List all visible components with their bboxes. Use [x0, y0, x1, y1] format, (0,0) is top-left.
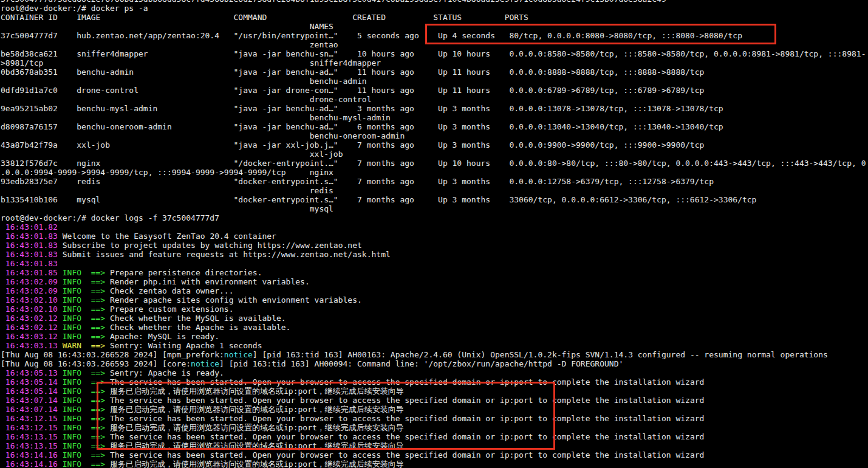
- table-row: d80987a76157 benchu-oneroom-admin "java …: [1, 122, 868, 131]
- log-level: INFO ==>: [63, 295, 110, 305]
- apache-log-segment: [Thu Aug 08 16:43:03.266593 2024] [core:: [1, 359, 191, 368]
- log-message: Submit issues and feature requests at ht…: [63, 250, 391, 259]
- apache-log-segment: ] [pid 163:tid 163] AH00163: Apache/2.4.…: [253, 350, 828, 359]
- log-timestamp: 16:43:12.15: [1, 423, 63, 432]
- table-row: benchu-mysl-admin: [1, 113, 868, 122]
- log-line: 16:43:03.12 INFO ==> Apache: MySQL is re…: [1, 332, 868, 341]
- log-timestamp: 16:43:12.15: [1, 414, 63, 423]
- log-timestamp: 16:43:03.12: [1, 332, 63, 341]
- log-message: Sentry: Waiting Apache 1 seconds: [110, 341, 262, 350]
- log-timestamp: 16:43:01.82: [1, 222, 58, 232]
- log-message: Render apache sites config with envionme…: [110, 295, 362, 305]
- table-row: 0dfd91d1a7c0 drone-control "java -jar dr…: [1, 86, 868, 95]
- log-level: INFO ==>: [63, 368, 110, 377]
- log-level: INFO ==>: [63, 441, 110, 450]
- log-level: INFO ==>: [63, 305, 110, 314]
- log-line: 16:43:05.13 INFO ==> Sentry: Apache is r…: [1, 368, 868, 377]
- terminal[interactable]: 37c5004777d75dcd86c2e76766bd15dbb68dd58c…: [1, 0, 868, 468]
- table-row: benchu-admin: [1, 77, 868, 86]
- log-timestamp: 16:43:01.83: [1, 232, 63, 241]
- log-timestamp: 16:43:07.14: [1, 405, 63, 414]
- log-level: INFO ==>: [63, 432, 110, 441]
- table-row: 33812f576d7c nginx "/docker-entrypoint.……: [1, 159, 868, 168]
- table-row: >8981/tcp sniffer4dmapper: [1, 58, 868, 67]
- log-line: 16:43:01.85 INFO ==> Prepare persistence…: [1, 268, 868, 277]
- table-row: benchu-oneroom-admin: [1, 131, 868, 140]
- log-line: 16:43:12.15 INFO ==> 服务已启动完成，请使用浏览器访问设置的…: [1, 423, 868, 432]
- log-message: The service has been started. Open your …: [110, 377, 704, 387]
- log-message: The service has been started. Open your …: [110, 432, 704, 441]
- log-timestamp: 16:43:01.83: [1, 241, 63, 250]
- log-timestamp: 16:43:05.14: [1, 377, 63, 387]
- log-line: 16:43:02.12 INFO ==> Check whether the A…: [1, 323, 868, 332]
- log-timestamp: 16:43:02.09: [1, 277, 63, 286]
- table-row: mysql: [1, 204, 868, 213]
- log-message: 服务已启动完成，请使用浏览器访问设置的域名或ip:port，继续完成后续安装向导: [110, 387, 404, 396]
- table-row: 9ea95215ab02 benchu-mysl-admin "java -ja…: [1, 104, 868, 113]
- log-message: Prepare custom extensions.: [110, 305, 234, 314]
- table-row: 0bd3678ab351 benchu-admin "java -jar ben…: [1, 67, 868, 77]
- log-level: INFO ==>: [63, 323, 110, 332]
- log-line: 16:43:07.14 INFO ==> The service has bee…: [1, 396, 868, 405]
- log-level: INFO ==>: [63, 423, 110, 432]
- log-level: INFO ==>: [63, 314, 110, 323]
- log-message: 服务已启动完成，请使用浏览器访问设置的域名或ip:port，继续完成后续安装向导: [110, 441, 404, 450]
- log-message: Render php.ini with environment variable…: [110, 277, 310, 286]
- log-message: Welcome to the Easysoft ZenTao 20.4 cont…: [63, 232, 276, 241]
- log-timestamp: 16:43:03.13: [1, 341, 63, 350]
- command-prompt-line: root@dev-docker:/# docker logs -f 37c500…: [1, 213, 868, 222]
- log-timestamp: 16:43:01.83: [1, 250, 63, 259]
- log-level: INFO ==>: [63, 377, 110, 387]
- log-level-warn: WARN ==>: [63, 341, 110, 350]
- log-timestamp: 16:43:02.09: [1, 286, 63, 295]
- log-message: 服务已启动完成，请使用浏览器访问设置的域名或ip:port，继续完成后续安装向导: [110, 405, 404, 414]
- log-level: INFO ==>: [63, 286, 110, 295]
- ps-table-header: CONTAINER ID IMAGE COMMAND CREATED STATU…: [1, 13, 868, 22]
- log-level: INFO ==>: [63, 277, 110, 286]
- terminal-screen: { "colors": { "background": "#000000", "…: [0, 0, 868, 468]
- log-line: 16:43:01.82: [1, 222, 868, 232]
- log-message: Check whether the MySQL is available.: [110, 314, 286, 323]
- log-level: INFO ==>: [63, 268, 110, 277]
- table-row: zentao: [1, 40, 868, 49]
- log-line: 16:43:13.15 INFO ==> 服务已启动完成，请使用浏览器访问设置的…: [1, 441, 868, 450]
- log-line: 16:43:01.83 Subscribe to project updates…: [1, 241, 868, 250]
- log-timestamp: 16:43:02.10: [1, 305, 63, 314]
- log-timestamp: 16:43:05.13: [1, 368, 63, 377]
- table-row: redis: [1, 186, 868, 195]
- log-line: 16:43:02.09 INFO ==> Check zentao data o…: [1, 286, 868, 295]
- log-message: The service has been started. Open your …: [110, 450, 704, 459]
- log-line: 16:43:05.14 INFO ==> The service has bee…: [1, 377, 868, 387]
- log-level: INFO ==>: [63, 414, 110, 423]
- log-line: 16:43:01.83: [1, 259, 868, 268]
- log-line: 16:43:05.14 INFO ==> 服务已启动完成，请使用浏览器访问设置的…: [1, 387, 868, 396]
- notice-keyword: notice: [191, 359, 219, 368]
- log-timestamp: 16:43:02.12: [1, 323, 63, 332]
- table-row: .0.0.0:9994-9999->9994-9999/tcp, :::9994…: [1, 168, 868, 177]
- log-line: 16:43:02.10 INFO ==> Prepare custom exte…: [1, 305, 868, 314]
- log-message: 服务已启动完成，请使用浏览器访问设置的域名或ip:port，继续完成后续安装向导: [110, 459, 404, 468]
- log-timestamp: 16:43:07.14: [1, 396, 63, 405]
- log-line: 16:43:07.14 INFO ==> 服务已启动完成，请使用浏览器访问设置的…: [1, 405, 868, 414]
- log-level: INFO ==>: [63, 459, 110, 468]
- log-line: 16:43:02.10 INFO ==> Render apache sites…: [1, 295, 868, 305]
- log-message: Apache: MySQL is ready.: [110, 332, 219, 341]
- ps-table-header-names: NAMES: [1, 22, 868, 31]
- log-timestamp: 16:43:01.83: [1, 259, 58, 268]
- apache-log-segment: ] [pid 163:tid 163] AH00094: Command lin…: [219, 359, 623, 368]
- log-timestamp: 16:43:05.14: [1, 387, 63, 396]
- log-line: 16:43:02.09 INFO ==> Render php.ini with…: [1, 277, 868, 286]
- table-row: 43a87b42f79a xxl-job "java -jar xxl-job.…: [1, 140, 868, 150]
- log-level: INFO ==>: [63, 387, 110, 396]
- log-message: Check zentao data owner...: [110, 286, 234, 295]
- table-row: be58d38ca621 sniffer4dmapper "java -jar …: [1, 49, 868, 58]
- table-row: 37c5004777d7 hub.zentao.net/app/zentao:2…: [1, 31, 868, 40]
- command-prompt-line: root@dev-docker:/# docker ps -a: [1, 4, 868, 13]
- log-line: 16:43:01.83 Submit issues and feature re…: [1, 250, 868, 259]
- log-timestamp: 16:43:13.15: [1, 441, 63, 450]
- log-line: 16:43:14.16 INFO ==> The service has bee…: [1, 450, 868, 459]
- apache-log-segment: [Thu Aug 08 16:43:03.266528 2024] [mpm_p…: [1, 350, 224, 359]
- log-level: INFO ==>: [63, 332, 110, 341]
- log-message: Subscribe to project updates by watching…: [63, 241, 362, 250]
- table-row: xxl-job: [1, 150, 868, 159]
